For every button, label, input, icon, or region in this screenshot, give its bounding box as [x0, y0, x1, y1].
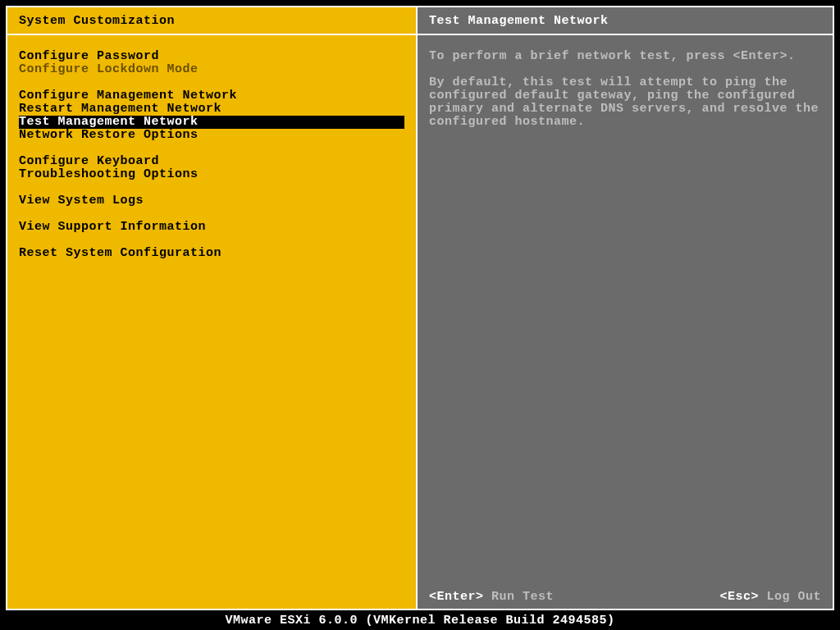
menu-group: Configure PasswordConfigure Lockdown Mod…: [7, 50, 416, 76]
dcui-screen: System Customization Configure PasswordC…: [0, 0, 840, 630]
menu-group: Configure KeyboardTroubleshooting Option…: [7, 155, 416, 181]
menu-item[interactable]: Configure Password: [7, 50, 416, 63]
detail-paragraph: By default, this test will attempt to pi…: [429, 76, 821, 129]
menu-item[interactable]: Test Management Network: [19, 116, 404, 129]
menu-item[interactable]: Configure Keyboard: [7, 155, 416, 168]
menu-item: Configure Lockdown Mode: [7, 63, 416, 76]
menu-item[interactable]: Configure Management Network: [7, 89, 416, 103]
hint-enter: <Enter> Run Test: [429, 590, 554, 604]
detail-paragraph: To perform a brief network test, press <…: [429, 50, 821, 63]
menu-group: Configure Management NetworkRestart Mana…: [7, 89, 416, 142]
menu-item[interactable]: View Support Information: [7, 221, 416, 234]
menu[interactable]: Configure PasswordConfigure Lockdown Mod…: [7, 35, 416, 273]
menu-item[interactable]: Network Restore Options: [7, 129, 416, 142]
right-pane-title: Test Management Network: [418, 7, 833, 35]
left-pane-title: System Customization: [7, 7, 416, 35]
hint-esc: <Esc> Log Out: [719, 590, 821, 604]
hint-esc-key: <Esc>: [719, 590, 759, 604]
menu-item[interactable]: Reset System Configuration: [7, 247, 416, 260]
hint-esc-label: Log Out: [759, 590, 821, 604]
menu-item[interactable]: Troubleshooting Options: [7, 168, 416, 181]
hint-enter-key: <Enter>: [429, 590, 484, 604]
menu-group: View Support Information: [7, 221, 416, 234]
hint-enter-label: Run Test: [484, 590, 555, 604]
main-frame: System Customization Configure PasswordC…: [6, 6, 834, 610]
key-hints: <Enter> Run Test <Esc> Log Out: [418, 590, 833, 604]
right-pane: Test Management Network To perform a bri…: [418, 7, 833, 609]
menu-item[interactable]: View System Logs: [7, 194, 416, 208]
footer-version: VMware ESXi 6.0.0 (VMKernel Release Buil…: [0, 614, 840, 630]
menu-group: View System Logs: [7, 194, 416, 208]
detail-text: To perform a brief network test, press <…: [418, 35, 833, 157]
menu-item[interactable]: Restart Management Network: [7, 103, 416, 116]
menu-group: Reset System Configuration: [7, 247, 416, 260]
left-pane: System Customization Configure PasswordC…: [7, 7, 418, 609]
